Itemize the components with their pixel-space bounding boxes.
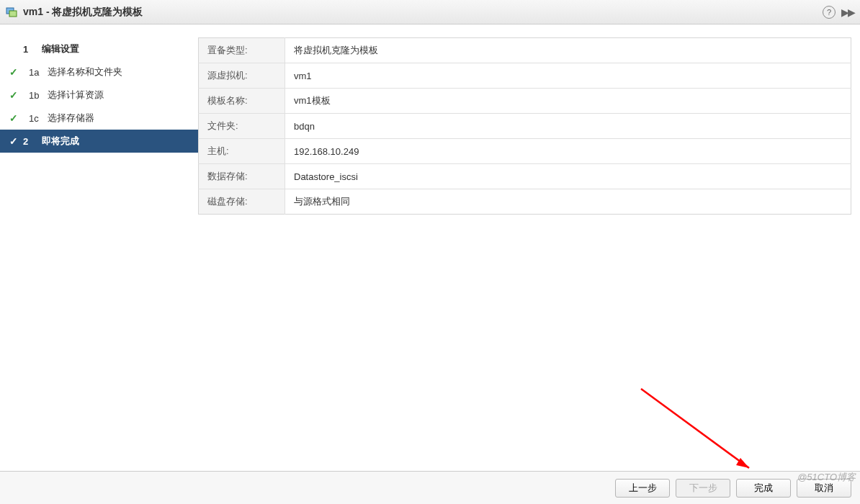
row-value: 将虚拟机克隆为模板 [285,38,851,63]
row-label: 文件夹: [199,114,285,139]
step-1a-select-name-folder[interactable]: ✓ 1a 选择名称和文件夹 [0,60,198,84]
step-1c-select-storage[interactable]: ✓ 1c 选择存储器 [0,107,198,130]
next-button: 下一步 [676,479,730,498]
check-icon: ✓ [7,112,20,124]
row-value: 与源格式相同 [285,189,851,215]
table-row: 主机: 192.168.10.249 [199,139,851,164]
help-icon[interactable]: ? [823,6,836,19]
step-2-ready-complete[interactable]: ✓ 2 即将完成 [0,130,198,153]
row-value: vm1 [285,63,851,89]
svg-rect-1 [9,11,17,17]
table-row: 置备类型: 将虚拟机克隆为模板 [199,38,851,63]
wizard-content: 置备类型: 将虚拟机克隆为模板 源虚拟机: vm1 模板名称: vm1模板 文件… [198,24,860,471]
row-value: vm1模板 [285,89,851,114]
step-number: 2 [20,136,42,147]
check-icon: ✓ [7,135,20,147]
back-button[interactable]: 上一步 [615,479,670,498]
wizard-body: ✓ 1 编辑设置 ✓ 1a 选择名称和文件夹 ✓ 1b 选择计算资源 ✓ 1c … [0,24,860,471]
wizard-footer: 上一步 下一步 完成 取消 [0,471,860,504]
table-row: 文件夹: bdqn [199,114,851,139]
step-number: 1a [20,67,48,78]
table-row: 源虚拟机: vm1 [199,63,851,89]
step-number: 1b [20,90,48,101]
wizard-sidebar: ✓ 1 编辑设置 ✓ 1a 选择名称和文件夹 ✓ 1b 选择计算资源 ✓ 1c … [0,24,198,471]
row-value: 192.168.10.249 [285,139,851,164]
step-label: 编辑设置 [42,42,79,55]
step-number: 1 [20,44,42,55]
step-label: 选择存储器 [48,112,94,125]
table-row: 模板名称: vm1模板 [199,89,851,114]
summary-table: 置备类型: 将虚拟机克隆为模板 源虚拟机: vm1 模板名称: vm1模板 文件… [198,37,851,215]
step-number: 1c [20,113,48,124]
row-value: Datastore_iscsi [285,164,851,189]
window-title: vm1 - 将虚拟机克隆为模板 [23,6,823,19]
check-icon: ✓ [7,66,20,78]
step-label: 选择名称和文件夹 [48,66,122,78]
row-label: 模板名称: [199,89,285,114]
table-row: 数据存储: Datastore_iscsi [199,164,851,189]
finish-button[interactable]: 完成 [736,479,791,498]
titlebar-controls: ? ▶▶ [823,6,854,19]
step-1-edit-settings[interactable]: ✓ 1 编辑设置 [0,37,198,60]
check-icon: ✓ [7,89,20,101]
row-label: 源虚拟机: [199,63,285,89]
step-label: 选择计算资源 [48,89,104,102]
step-label: 即将完成 [42,135,79,148]
step-1b-select-compute[interactable]: ✓ 1b 选择计算资源 [0,84,198,107]
cancel-button[interactable]: 取消 [797,479,851,498]
row-label: 磁盘存储: [199,189,285,215]
row-value: bdqn [285,114,851,139]
titlebar: vm1 - 将虚拟机克隆为模板 ? ▶▶ [0,0,860,24]
row-label: 主机: [199,139,285,164]
expand-icon[interactable]: ▶▶ [841,6,854,18]
row-label: 置备类型: [199,38,285,63]
vm-icon [6,6,17,18]
row-label: 数据存储: [199,164,285,189]
table-row: 磁盘存储: 与源格式相同 [199,189,851,215]
